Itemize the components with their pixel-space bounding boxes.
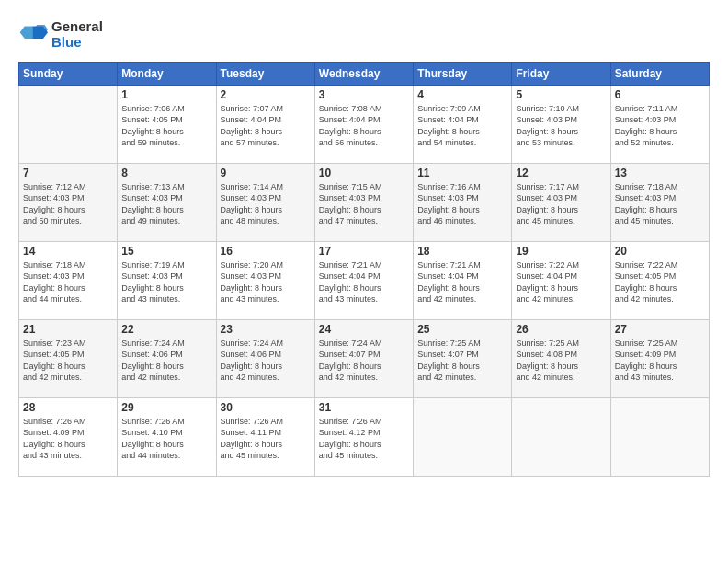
weekday-header-monday: Monday bbox=[118, 62, 216, 85]
day-info: Sunrise: 7:26 AM Sunset: 4:11 PM Dayligh… bbox=[221, 416, 311, 462]
calendar-cell bbox=[414, 397, 512, 476]
day-info: Sunrise: 7:20 AM Sunset: 4:03 PM Dayligh… bbox=[221, 259, 311, 305]
calendar-cell: 3Sunrise: 7:08 AM Sunset: 4:04 PM Daylig… bbox=[314, 85, 413, 163]
day-info: Sunrise: 7:14 AM Sunset: 4:03 PM Dayligh… bbox=[221, 181, 311, 227]
day-number: 11 bbox=[417, 167, 507, 179]
weekday-header-saturday: Saturday bbox=[610, 62, 709, 85]
day-info: Sunrise: 7:24 AM Sunset: 4:06 PM Dayligh… bbox=[121, 338, 211, 384]
calendar-cell: 12Sunrise: 7:17 AM Sunset: 4:03 PM Dayli… bbox=[512, 163, 610, 241]
day-number: 9 bbox=[221, 167, 311, 179]
day-info: Sunrise: 7:19 AM Sunset: 4:03 PM Dayligh… bbox=[121, 259, 211, 305]
logo: General Blue bbox=[18, 18, 103, 51]
day-number: 15 bbox=[121, 245, 211, 258]
week-row-3: 14Sunrise: 7:18 AM Sunset: 4:03 PM Dayli… bbox=[19, 241, 710, 319]
day-info: Sunrise: 7:17 AM Sunset: 4:03 PM Dayligh… bbox=[516, 181, 606, 227]
day-info: Sunrise: 7:25 AM Sunset: 4:08 PM Dayligh… bbox=[516, 338, 606, 384]
day-info: Sunrise: 7:22 AM Sunset: 4:05 PM Dayligh… bbox=[615, 259, 705, 305]
calendar-cell: 31Sunrise: 7:26 AM Sunset: 4:12 PM Dayli… bbox=[314, 397, 413, 476]
day-info: Sunrise: 7:18 AM Sunset: 4:03 PM Dayligh… bbox=[23, 259, 113, 305]
day-info: Sunrise: 7:06 AM Sunset: 4:05 PM Dayligh… bbox=[121, 103, 211, 149]
day-number: 6 bbox=[615, 88, 705, 101]
day-info: Sunrise: 7:25 AM Sunset: 4:07 PM Dayligh… bbox=[417, 338, 507, 384]
day-number: 8 bbox=[121, 167, 211, 179]
day-info: Sunrise: 7:18 AM Sunset: 4:03 PM Dayligh… bbox=[615, 181, 705, 227]
day-number: 16 bbox=[221, 245, 311, 258]
day-number: 20 bbox=[615, 245, 705, 258]
header: General Blue bbox=[18, 18, 710, 51]
day-number: 29 bbox=[121, 401, 211, 414]
day-number: 21 bbox=[23, 323, 113, 336]
day-number: 27 bbox=[615, 323, 705, 336]
day-number: 5 bbox=[516, 88, 606, 101]
day-info: Sunrise: 7:08 AM Sunset: 4:04 PM Dayligh… bbox=[319, 103, 409, 149]
calendar-cell bbox=[512, 397, 610, 476]
calendar-cell: 16Sunrise: 7:20 AM Sunset: 4:03 PM Dayli… bbox=[216, 241, 314, 319]
day-number: 25 bbox=[417, 323, 507, 336]
day-number: 1 bbox=[121, 88, 211, 101]
day-number: 14 bbox=[23, 245, 113, 258]
calendar-cell: 29Sunrise: 7:26 AM Sunset: 4:10 PM Dayli… bbox=[118, 397, 216, 476]
day-number: 19 bbox=[516, 245, 606, 258]
day-info: Sunrise: 7:13 AM Sunset: 4:03 PM Dayligh… bbox=[121, 181, 211, 227]
calendar-cell: 5Sunrise: 7:10 AM Sunset: 4:03 PM Daylig… bbox=[512, 85, 610, 163]
day-info: Sunrise: 7:26 AM Sunset: 4:12 PM Dayligh… bbox=[319, 416, 409, 462]
day-info: Sunrise: 7:24 AM Sunset: 4:07 PM Dayligh… bbox=[319, 338, 409, 384]
day-info: Sunrise: 7:12 AM Sunset: 4:03 PM Dayligh… bbox=[23, 181, 113, 227]
calendar-cell: 27Sunrise: 7:25 AM Sunset: 4:09 PM Dayli… bbox=[610, 319, 709, 397]
weekday-header-thursday: Thursday bbox=[414, 62, 512, 85]
day-info: Sunrise: 7:23 AM Sunset: 4:05 PM Dayligh… bbox=[23, 338, 113, 384]
day-number: 26 bbox=[516, 323, 606, 336]
day-info: Sunrise: 7:09 AM Sunset: 4:04 PM Dayligh… bbox=[417, 103, 507, 149]
calendar-cell: 21Sunrise: 7:23 AM Sunset: 4:05 PM Dayli… bbox=[19, 319, 118, 397]
day-info: Sunrise: 7:10 AM Sunset: 4:03 PM Dayligh… bbox=[516, 103, 606, 149]
calendar-cell: 9Sunrise: 7:14 AM Sunset: 4:03 PM Daylig… bbox=[216, 163, 314, 241]
calendar-cell: 11Sunrise: 7:16 AM Sunset: 4:03 PM Dayli… bbox=[414, 163, 512, 241]
calendar-cell: 1Sunrise: 7:06 AM Sunset: 4:05 PM Daylig… bbox=[118, 85, 216, 163]
day-info: Sunrise: 7:21 AM Sunset: 4:04 PM Dayligh… bbox=[319, 259, 409, 305]
calendar-cell: 17Sunrise: 7:21 AM Sunset: 4:04 PM Dayli… bbox=[314, 241, 413, 319]
day-number: 12 bbox=[516, 167, 606, 179]
calendar-cell: 30Sunrise: 7:26 AM Sunset: 4:11 PM Dayli… bbox=[216, 397, 314, 476]
week-row-2: 7Sunrise: 7:12 AM Sunset: 4:03 PM Daylig… bbox=[19, 163, 710, 241]
weekday-header-sunday: Sunday bbox=[19, 62, 118, 85]
logo-text: General Blue bbox=[51, 18, 103, 51]
day-number: 2 bbox=[221, 88, 311, 101]
weekday-header-wednesday: Wednesday bbox=[314, 62, 413, 85]
calendar-cell: 23Sunrise: 7:24 AM Sunset: 4:06 PM Dayli… bbox=[216, 319, 314, 397]
calendar-cell: 10Sunrise: 7:15 AM Sunset: 4:03 PM Dayli… bbox=[314, 163, 413, 241]
calendar-cell: 4Sunrise: 7:09 AM Sunset: 4:04 PM Daylig… bbox=[414, 85, 512, 163]
calendar-cell: 28Sunrise: 7:26 AM Sunset: 4:09 PM Dayli… bbox=[19, 397, 118, 476]
day-info: Sunrise: 7:07 AM Sunset: 4:04 PM Dayligh… bbox=[221, 103, 311, 149]
weekday-header-friday: Friday bbox=[512, 62, 610, 85]
calendar-cell: 15Sunrise: 7:19 AM Sunset: 4:03 PM Dayli… bbox=[118, 241, 216, 319]
day-info: Sunrise: 7:24 AM Sunset: 4:06 PM Dayligh… bbox=[221, 338, 311, 384]
day-info: Sunrise: 7:22 AM Sunset: 4:04 PM Dayligh… bbox=[516, 259, 606, 305]
calendar-cell: 14Sunrise: 7:18 AM Sunset: 4:03 PM Dayli… bbox=[19, 241, 118, 319]
day-number: 24 bbox=[319, 323, 409, 336]
calendar-cell: 6Sunrise: 7:11 AM Sunset: 4:03 PM Daylig… bbox=[610, 85, 709, 163]
calendar-cell: 26Sunrise: 7:25 AM Sunset: 4:08 PM Dayli… bbox=[512, 319, 610, 397]
day-number: 18 bbox=[417, 245, 507, 258]
day-info: Sunrise: 7:11 AM Sunset: 4:03 PM Dayligh… bbox=[615, 103, 705, 149]
day-number: 30 bbox=[221, 401, 311, 414]
calendar-cell: 25Sunrise: 7:25 AM Sunset: 4:07 PM Dayli… bbox=[414, 319, 512, 397]
day-info: Sunrise: 7:26 AM Sunset: 4:10 PM Dayligh… bbox=[121, 416, 211, 462]
day-number: 23 bbox=[221, 323, 311, 336]
calendar-cell bbox=[19, 85, 118, 163]
day-info: Sunrise: 7:26 AM Sunset: 4:09 PM Dayligh… bbox=[23, 416, 113, 462]
day-number: 17 bbox=[319, 245, 409, 258]
calendar-cell: 8Sunrise: 7:13 AM Sunset: 4:03 PM Daylig… bbox=[118, 163, 216, 241]
calendar-page: General Blue SundayMondayTuesdayWednesda… bbox=[0, 0, 728, 563]
day-info: Sunrise: 7:16 AM Sunset: 4:03 PM Dayligh… bbox=[417, 181, 507, 227]
calendar-table: SundayMondayTuesdayWednesdayThursdayFrid… bbox=[18, 62, 710, 477]
day-number: 22 bbox=[121, 323, 211, 336]
calendar-cell: 20Sunrise: 7:22 AM Sunset: 4:05 PM Dayli… bbox=[610, 241, 709, 319]
day-info: Sunrise: 7:25 AM Sunset: 4:09 PM Dayligh… bbox=[615, 338, 705, 384]
logo-icon bbox=[18, 21, 48, 47]
day-number: 7 bbox=[23, 167, 113, 179]
calendar-cell: 2Sunrise: 7:07 AM Sunset: 4:04 PM Daylig… bbox=[216, 85, 314, 163]
calendar-cell: 24Sunrise: 7:24 AM Sunset: 4:07 PM Dayli… bbox=[314, 319, 413, 397]
day-info: Sunrise: 7:21 AM Sunset: 4:04 PM Dayligh… bbox=[417, 259, 507, 305]
week-row-5: 28Sunrise: 7:26 AM Sunset: 4:09 PM Dayli… bbox=[19, 397, 710, 476]
day-number: 28 bbox=[23, 401, 113, 414]
